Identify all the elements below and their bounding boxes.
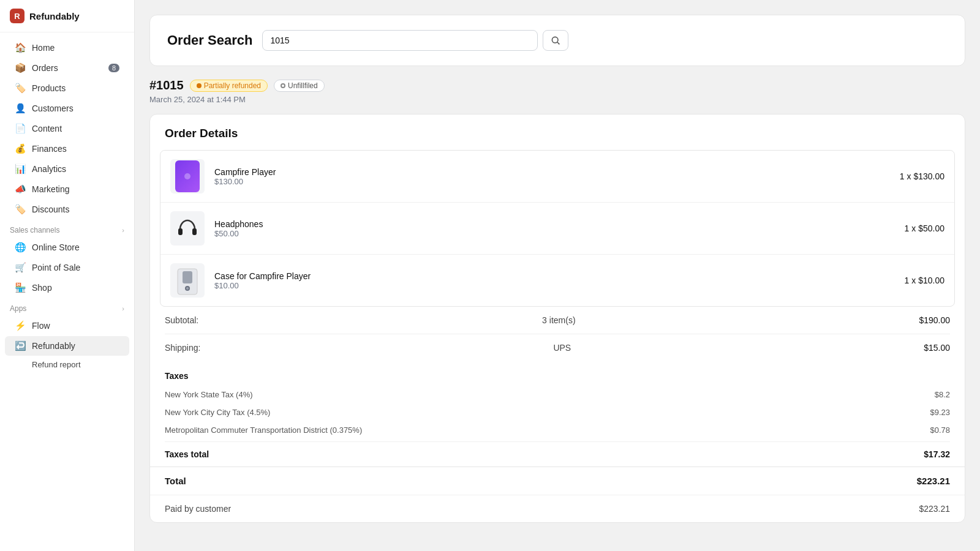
analytics-icon: 📊 <box>15 163 26 174</box>
refundably-label: Refundably <box>32 341 75 351</box>
taxes-total-label: Taxes total <box>165 449 209 459</box>
flow-label: Flow <box>32 321 50 331</box>
sales-channels-chevron[interactable]: › <box>122 227 124 234</box>
product-img-case <box>170 263 205 298</box>
content-icon: 📄 <box>15 123 26 134</box>
search-input[interactable] <box>262 30 538 51</box>
sidebar-item-orders[interactable]: 📦 Orders 8 <box>5 58 129 78</box>
apps-chevron[interactable]: › <box>122 305 124 312</box>
total-label: Total <box>165 476 186 486</box>
app-name: Refundably <box>29 11 80 21</box>
discounts-label: Discounts <box>32 204 69 214</box>
orders-icon: 📦 <box>15 62 26 73</box>
products-label: Products <box>32 83 66 93</box>
order-details-card: Order Details Campfire Player $130.00 1 … <box>149 114 965 523</box>
taxes-total-value: $17.32 <box>924 449 950 459</box>
order-header: #1015 Partially refunded Unfillfiled <box>149 78 965 92</box>
headphones-name: Headphones <box>214 219 905 229</box>
svg-rect-3 <box>192 228 197 235</box>
orders-label: Orders <box>32 63 58 73</box>
order-details-title: Order Details <box>150 114 965 150</box>
headphones-qty-price: 1 x $50.00 <box>905 223 944 233</box>
sidebar-item-finances[interactable]: 💰 Finances <box>5 139 129 159</box>
customers-icon: 👤 <box>15 103 26 114</box>
search-title: Order Search <box>167 32 252 48</box>
sidebar-nav: 🏠 Home 📦 Orders 8 🏷️ Products 👤 Customer… <box>0 32 134 551</box>
sidebar-item-refundably[interactable]: ↩️ Refundably <box>5 336 129 356</box>
home-label: Home <box>32 43 55 53</box>
svg-point-0 <box>552 37 559 43</box>
order-date: March 25, 2024 at 1:44 PM <box>149 95 965 104</box>
shop-icon: 🏪 <box>15 282 26 293</box>
case-name: Case for Campfire Player <box>214 271 905 281</box>
total-row: Total $223.21 <box>150 467 965 495</box>
analytics-label: Analytics <box>32 164 66 174</box>
campfire-name: Campfire Player <box>214 167 900 177</box>
point-of-sale-label: Point of Sale <box>32 263 80 272</box>
paid-value: $223.21 <box>919 504 950 514</box>
unfulfilled-text: Unfillfiled <box>288 81 318 90</box>
sidebar-item-flow[interactable]: ⚡ Flow <box>5 316 129 335</box>
shipping-carrier: UPS <box>553 343 571 353</box>
total-value: $223.21 <box>917 476 950 486</box>
subtotal-row: Subtotal: 3 item(s) $190.00 <box>165 307 950 334</box>
search-button[interactable] <box>543 30 568 51</box>
flow-icon: ⚡ <box>15 320 26 331</box>
sidebar-item-customers[interactable]: 👤 Customers <box>5 99 129 118</box>
sidebar-item-point-of-sale[interactable]: 🛒 Point of Sale <box>5 258 129 277</box>
headphones-icon <box>175 216 200 241</box>
order-number: #1015 <box>149 78 184 92</box>
sales-channels-section: Sales channels › <box>0 220 134 237</box>
svg-line-1 <box>557 42 560 45</box>
paid-label: Paid by customer <box>165 504 231 514</box>
tax-value-2: $0.78 <box>930 425 950 435</box>
sidebar-item-content[interactable]: 📄 Content <box>5 119 129 138</box>
tax-value-0: $8.2 <box>935 390 950 399</box>
sidebar-item-analytics[interactable]: 📊 Analytics <box>5 159 129 179</box>
sidebar-item-marketing[interactable]: 📣 Marketing <box>5 179 129 199</box>
shipping-value: $15.00 <box>924 343 950 353</box>
taxes-header: Taxes <box>165 361 950 386</box>
paid-row: Paid by customer $223.21 <box>150 495 965 522</box>
svg-rect-5 <box>183 271 192 283</box>
campfire-qty-price: 1 x $130.00 <box>900 171 944 181</box>
tax-row-1: New York City City Tax (4.5%) $9.23 <box>165 403 950 421</box>
sidebar-item-home[interactable]: 🏠 Home <box>5 38 129 58</box>
sidebar-item-shop[interactable]: 🏪 Shop <box>5 278 129 298</box>
product-img-campfire <box>170 159 205 193</box>
svg-point-7 <box>186 287 189 290</box>
sidebar-subitem-refund-report[interactable]: Refund report <box>5 356 129 373</box>
discounts-icon: 🏷️ <box>15 204 26 215</box>
product-row-headphones: Headphones $50.00 1 x $50.00 <box>160 203 954 255</box>
orders-badge: 8 <box>108 64 119 72</box>
campfire-player-img <box>175 160 200 192</box>
sidebar-item-products[interactable]: 🏷️ Products <box>5 78 129 98</box>
refunded-dot <box>197 83 202 88</box>
shipping-row: Shipping: UPS $15.00 <box>165 334 950 361</box>
search-icon <box>551 36 560 45</box>
apps-section: Apps › <box>0 298 134 315</box>
case-price: $10.00 <box>214 281 905 290</box>
sidebar-item-online-store[interactable]: 🌐 Online Store <box>5 238 129 257</box>
online-store-label: Online Store <box>32 242 80 252</box>
case-qty-price: 1 x $10.00 <box>905 276 944 285</box>
summary-section: Subtotal: 3 item(s) $190.00 Shipping: UP… <box>150 307 965 361</box>
tax-value-1: $9.23 <box>930 408 950 417</box>
search-input-wrap <box>262 30 568 51</box>
product-img-headphones <box>170 211 205 246</box>
subtotal-value: $190.00 <box>919 315 950 325</box>
sidebar-item-discounts[interactable]: 🏷️ Discounts <box>5 200 129 219</box>
finances-label: Finances <box>32 144 67 154</box>
finances-icon: 💰 <box>15 143 26 154</box>
shop-label: Shop <box>32 283 52 293</box>
product-row-case: Case for Campfire Player $10.00 1 x $10.… <box>160 255 954 306</box>
unfulfilled-dot <box>281 83 285 88</box>
point-of-sale-icon: 🛒 <box>15 262 26 273</box>
main-content: Order Search #1015 Partially refunded Un… <box>135 0 980 551</box>
product-info-case: Case for Campfire Player $10.00 <box>205 271 905 290</box>
subtotal-items: 3 item(s) <box>542 315 575 325</box>
sidebar-header: R Refundably <box>0 0 134 32</box>
campfire-price: $130.00 <box>214 177 900 186</box>
product-row-campfire: Campfire Player $130.00 1 x $130.00 <box>160 151 954 203</box>
case-icon <box>175 265 200 296</box>
